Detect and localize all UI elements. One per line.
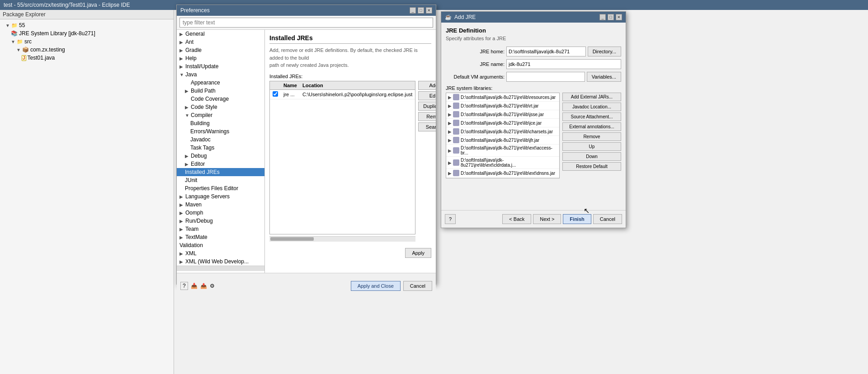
back-button[interactable]: < Back	[502, 214, 531, 224]
libs-up-button[interactable]: Up	[562, 142, 621, 151]
tree-language-servers[interactable]: ▶Language Servers	[177, 192, 264, 201]
addjre-minimize-button[interactable]: _	[599, 14, 606, 20]
tree-installed-jres[interactable]: Installed JREs	[177, 168, 264, 176]
tree-item-55[interactable]: ▼ 📁 55	[3, 21, 171, 29]
tree-build-path[interactable]: ▶Build Path	[177, 87, 264, 95]
addjre-titlebar: ☕ Add JRE _ □ ✕	[441, 12, 626, 23]
tree-compiler[interactable]: ▼Compiler	[177, 111, 264, 119]
horizontal-scrollbar[interactable]	[269, 236, 415, 242]
settings-icon[interactable]: ⚙	[210, 283, 215, 289]
tree-team[interactable]: ▶Team	[177, 225, 264, 233]
directory-button[interactable]: Directory...	[588, 47, 621, 56]
tree-validation[interactable]: Validation	[177, 241, 264, 249]
default-vm-input[interactable]	[506, 72, 585, 82]
tree-maven[interactable]: ▶Maven	[177, 201, 264, 209]
variables-button[interactable]: Variables...	[587, 72, 621, 82]
add-external-jars-button[interactable]: Add External JARs...	[562, 93, 621, 101]
preferences-body: ▶General ▶Ant ▶Gradle ▶Help ▶Install/Upd…	[177, 30, 436, 273]
external-annotations-button[interactable]: External annotations...	[562, 122, 621, 131]
package-explorer-label: Package Explorer	[3, 11, 46, 18]
tree-task-tags[interactable]: Task Tags	[177, 144, 264, 152]
tree-debug[interactable]: ▶Debug	[177, 152, 264, 160]
addjre-close-button[interactable]: ✕	[616, 14, 622, 20]
bottom-right-buttons: Apply and Close Cancel	[351, 281, 432, 291]
tree-building[interactable]: Building	[177, 119, 264, 127]
preferences-tree: ▶General ▶Ant ▶Gradle ▶Help ▶Install/Upd…	[177, 30, 265, 273]
tree-java[interactable]: ▼Java	[177, 70, 264, 79]
lib-item[interactable]: ▶D:\softInstall\java\jdk-8u271\jre\lib\e…	[446, 157, 559, 169]
tree-item-jre[interactable]: 📚 JRE System Library [jdk-8u271]	[3, 29, 171, 37]
addjre-maximize-button[interactable]: □	[608, 14, 614, 20]
tree-ant[interactable]: ▶Ant	[177, 38, 264, 46]
tree-general[interactable]: ▶General	[177, 30, 264, 38]
export-icon[interactable]: 📤	[200, 283, 207, 289]
tree-props-files-editor[interactable]: Properties Files Editor	[177, 184, 264, 192]
tree-xml-wild[interactable]: ▶XML (Wild Web Develop...	[177, 257, 264, 266]
tree-code-coverage[interactable]: Code Coverage	[177, 95, 264, 103]
tree-javadoc[interactable]: Javadoc	[177, 136, 264, 144]
apply-button[interactable]: Apply	[405, 248, 431, 258]
package-icon: 📦	[22, 47, 29, 53]
finish-button[interactable]: Finish	[563, 214, 591, 224]
import-icon[interactable]: 📥	[191, 283, 198, 289]
libs-down-button[interactable]: Down	[562, 152, 621, 161]
cancel-button[interactable]: Cancel	[403, 281, 432, 291]
tree-install-update[interactable]: ▶Install/Update	[177, 62, 264, 70]
help-icon[interactable]: ?	[180, 282, 188, 290]
tree-item-java[interactable]: J Test01.java	[3, 54, 171, 62]
tree-editor[interactable]: ▶Editor	[177, 160, 264, 168]
duplicate-button[interactable]: Duplicate...	[418, 102, 436, 111]
row-check[interactable]	[270, 89, 281, 99]
remove-button[interactable]: Remove	[418, 112, 436, 121]
minimize-button[interactable]: _	[410, 7, 416, 14]
table-row[interactable]: jre ... C:\Users\shinelon\.p2\pool\plugi…	[270, 89, 415, 99]
tree-xml[interactable]: ▶XML	[177, 249, 264, 257]
tree-oomph[interactable]: ▶Oomph	[177, 209, 264, 217]
lib-item[interactable]: ▶D:\softInstall\java\jdk-8u271\jre\lib\e…	[446, 169, 559, 178]
javadoc-location-button[interactable]: Javadoc Location...	[562, 103, 621, 111]
lib-item[interactable]: ▶D:\softInstall\java\jdk-8u271\jre\lib\r…	[446, 102, 559, 110]
tree-junit[interactable]: JUnit	[177, 176, 264, 184]
addjre-cancel-button[interactable]: Cancel	[593, 214, 622, 224]
tree-gradle[interactable]: ▶Gradle	[177, 46, 264, 54]
java-file-icon: J	[22, 55, 26, 61]
search-button[interactable]: Search...	[418, 122, 436, 131]
lib-item[interactable]: ▶D:\softInstall\java\jdk-8u271\jre\lib\c…	[446, 127, 559, 136]
scrollbar-thumb[interactable]	[270, 237, 314, 241]
libs-remove-button[interactable]: Remove	[562, 132, 621, 141]
tree-code-style[interactable]: ▶Code Style	[177, 103, 264, 111]
lib-item[interactable]: ▶D:\softInstall\java\jdk-8u271\jre\lib\j…	[446, 119, 559, 127]
tree-textmate[interactable]: ▶TextMate	[177, 233, 264, 241]
lib-item[interactable]: ▶D:\softInstall\java\jdk-8u271\jre\lib\r…	[446, 93, 559, 102]
src-folder-icon: 📁	[17, 39, 23, 45]
lib-item[interactable]: ▶D:\softInstall\java\jdk-8u271\jre\lib\j…	[446, 110, 559, 119]
tree-run-debug[interactable]: ▶Run/Debug	[177, 217, 264, 225]
edit-button[interactable]: Edit...	[418, 91, 436, 100]
lib-icon: 📚	[11, 30, 18, 37]
maximize-button[interactable]: □	[418, 7, 424, 14]
restore-default-button[interactable]: Restore Default	[562, 162, 621, 171]
filter-input[interactable]	[179, 18, 433, 28]
tree-item-src[interactable]: ▼ 📁 src	[3, 37, 171, 46]
tree-scrollbar	[177, 266, 264, 271]
jre-name-input[interactable]	[506, 59, 621, 69]
jre-home-input[interactable]	[506, 47, 586, 56]
close-button[interactable]: ✕	[426, 7, 432, 14]
lib-item[interactable]: ▶D:\softInstall\java\jdk-8u271\jre\lib\j…	[446, 136, 559, 145]
next-button[interactable]: Next >	[533, 214, 561, 224]
tree-help[interactable]: ▶Help	[177, 54, 264, 62]
lib-item[interactable]: ▶D:\softInstall\java\jdk-8u271\jre\lib\e…	[446, 178, 559, 178]
jre-checkbox[interactable]	[273, 91, 278, 97]
tree-errors-warnings[interactable]: Errors/Warnings	[177, 127, 264, 136]
addjre-help-button[interactable]: ?	[445, 214, 456, 224]
default-vm-row: Default VM arguments: Variables...	[446, 72, 621, 82]
source-attachment-button[interactable]: Source Attachment...	[562, 112, 621, 121]
jre-name-label: JRE name:	[446, 61, 505, 67]
lib-item[interactable]: ▶D:\softInstall\java\jdk-8u271\jre\lib\e…	[446, 145, 559, 157]
col-check	[270, 81, 281, 90]
add-button[interactable]: Add...	[418, 81, 436, 90]
jres-action-buttons: Add... Edit... Duplicate... Remove Searc…	[418, 81, 436, 242]
apply-close-button[interactable]: Apply and Close	[351, 281, 401, 291]
tree-appearance[interactable]: Appearance	[177, 79, 264, 87]
tree-item-package[interactable]: ▼ 📦 com.zx.testing	[3, 46, 171, 54]
